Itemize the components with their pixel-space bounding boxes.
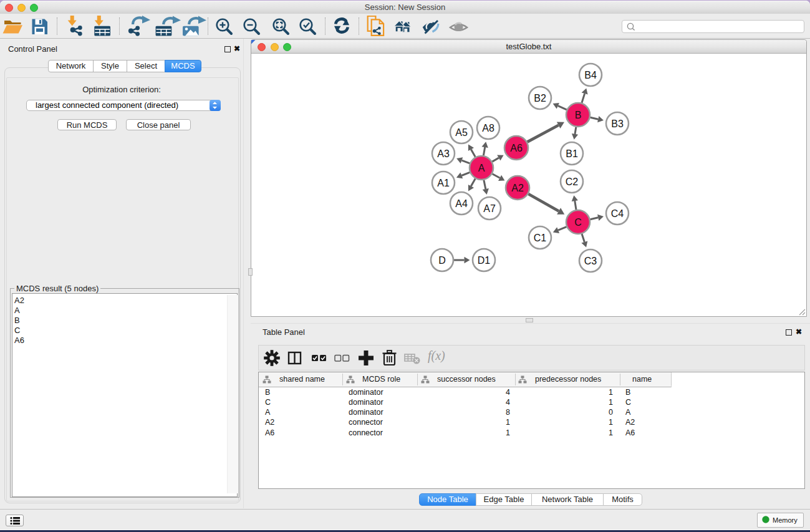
svg-text:D1: D1 bbox=[478, 255, 491, 266]
svg-text:A1: A1 bbox=[437, 178, 450, 188]
svg-text:C1: C1 bbox=[534, 233, 547, 243]
svg-text:C: C bbox=[574, 217, 582, 228]
svg-text:B2: B2 bbox=[534, 93, 546, 104]
svg-text:C2: C2 bbox=[566, 177, 579, 187]
svg-text:B3: B3 bbox=[611, 118, 624, 129]
svg-text:C3: C3 bbox=[584, 256, 597, 266]
svg-text:A8: A8 bbox=[482, 123, 494, 133]
svg-text:A: A bbox=[478, 163, 485, 173]
svg-text:D: D bbox=[438, 255, 446, 266]
svg-text:B1: B1 bbox=[566, 148, 578, 159]
svg-text:B4: B4 bbox=[584, 70, 597, 80]
svg-text:A4: A4 bbox=[455, 198, 468, 209]
svg-text:A2: A2 bbox=[511, 183, 524, 193]
svg-text:A6: A6 bbox=[510, 143, 523, 153]
svg-text:B: B bbox=[575, 110, 582, 120]
svg-text:A5: A5 bbox=[455, 127, 468, 138]
svg-text:A3: A3 bbox=[437, 148, 450, 159]
svg-text:C4: C4 bbox=[611, 208, 624, 219]
svg-text:A7: A7 bbox=[483, 203, 496, 214]
